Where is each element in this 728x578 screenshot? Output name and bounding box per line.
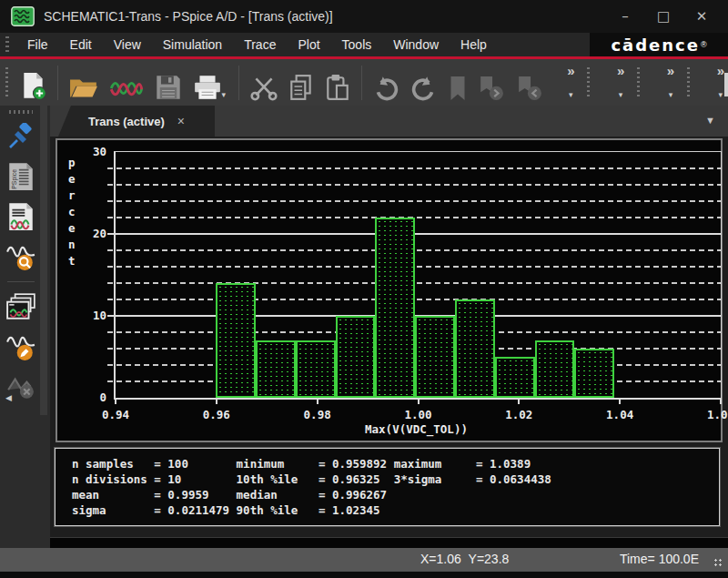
histogram-bar	[455, 299, 495, 398]
minor-gridline	[107, 184, 721, 186]
toolbar-overflow-group[interactable]: » ▾	[649, 65, 678, 101]
plot-area[interactable]: 01020300.940.960.981.001.021.041.06	[114, 151, 722, 400]
x-tick-label: 1.02	[499, 408, 539, 421]
toolbar: ▾	[0, 59, 728, 106]
open-button[interactable]	[64, 65, 104, 101]
stats-row: n divisions =10 10th %ile =0.96325 3*sig…	[72, 472, 719, 487]
overflow-caret[interactable]: ▾	[718, 90, 723, 99]
save-button[interactable]	[149, 65, 187, 101]
overflow-chevron[interactable]: »	[567, 65, 574, 77]
window-bottom-edge	[0, 572, 728, 578]
overflow-caret[interactable]: ▾	[669, 90, 673, 99]
toolbar-drag-handle[interactable]	[637, 67, 640, 98]
menubar-drag-handle[interactable]	[5, 36, 9, 53]
x-tick-label: 0.96	[197, 408, 237, 421]
sidebar-collapse-arrow[interactable]: ◀	[5, 393, 12, 402]
waveform-document-button[interactable]	[4, 199, 38, 234]
tab-label: Trans (active)	[88, 115, 165, 128]
menu-trace[interactable]: Trace	[233, 33, 287, 56]
simulation-waveform-button[interactable]	[104, 65, 149, 101]
undo-button[interactable]	[367, 65, 405, 101]
maximize-button[interactable]: □	[644, 0, 682, 33]
x-tick	[317, 400, 318, 404]
histogram-bar	[336, 316, 376, 398]
menu-help[interactable]: Help	[450, 33, 498, 56]
resize-grip[interactable]	[713, 558, 723, 567]
pspice-file-button[interactable]: PSpice	[4, 159, 38, 194]
minor-gridline	[107, 200, 721, 202]
toolbar-separator	[57, 66, 58, 100]
toolbar-overflow-group[interactable]: » ▾	[599, 65, 628, 101]
histogram-bar	[535, 340, 575, 398]
x-tick	[418, 400, 420, 404]
x-tick-label: 1.06	[701, 408, 728, 421]
overflow-caret[interactable]: ▾	[619, 90, 623, 99]
cut-button[interactable]	[245, 65, 283, 101]
tab-trans-active[interactable]: Trans (active) ×	[58, 106, 215, 137]
stat-label: minimum	[237, 456, 318, 472]
paste-icon	[325, 74, 350, 101]
toolbar-overflow-group[interactable]: » ▾	[549, 65, 578, 101]
close-button[interactable]: ✕	[682, 0, 721, 33]
toolbar-drag-handle[interactable]	[5, 67, 8, 98]
menu-window[interactable]: Window	[382, 33, 450, 56]
x-tick	[518, 400, 520, 404]
copy-button[interactable]	[283, 65, 319, 101]
previous-bookmark-button[interactable]	[511, 65, 549, 101]
print-button[interactable]: ▾	[187, 65, 234, 101]
tab-close-icon[interactable]: ×	[177, 114, 185, 128]
stats-row: n samples =100 minimum =0.959892 maximum…	[72, 456, 719, 472]
next-bookmark-icon	[478, 76, 505, 101]
redo-button[interactable]	[405, 65, 443, 101]
toolbar-separator	[238, 66, 239, 100]
next-bookmark-button[interactable]	[472, 65, 511, 101]
stat-label: 3*sigma	[394, 472, 476, 487]
plot-window-stack-icon	[5, 292, 36, 321]
stat-value: =0.959892	[318, 456, 394, 472]
bookmark-button[interactable]	[443, 65, 472, 101]
title-bar[interactable]: SCHEMATIC1-Trans - PSpice A/D - [Trans (…	[0, 0, 728, 33]
stat-value: =10	[154, 472, 236, 487]
histogram-bar	[574, 349, 614, 398]
y-tick-label: 10	[79, 309, 106, 322]
print-dropdown-caret[interactable]: ▾	[222, 90, 227, 99]
toolbar-drag-handle[interactable]	[587, 67, 590, 98]
overflow-chevron[interactable]: »	[667, 65, 674, 77]
window-controls: – □ ✕	[606, 0, 721, 33]
menu-view[interactable]: View	[103, 33, 152, 56]
undo-icon	[372, 76, 399, 101]
menu-edit[interactable]: Edit	[59, 33, 103, 56]
stat-value: =0.96325	[318, 472, 394, 487]
overflow-chevron[interactable]: »	[617, 65, 624, 77]
minor-gridline	[107, 167, 721, 169]
menu-tools[interactable]: Tools	[331, 33, 383, 56]
paste-button[interactable]	[319, 65, 356, 101]
window-title: SCHEMATIC1-Trans - PSpice A/D - [Trans (…	[44, 9, 333, 24]
plot-window-stack-button[interactable]	[4, 289, 38, 324]
previous-bookmark-icon	[516, 76, 543, 101]
x-tick-label: 0.94	[96, 408, 136, 421]
y-tick-label: 20	[79, 227, 106, 240]
chart-background: p e r c e n t 01020300.940.960.981.001.0…	[56, 138, 723, 442]
waveform-zoom-button[interactable]	[4, 239, 38, 274]
new-document-button[interactable]	[15, 65, 52, 101]
overflow-caret[interactable]: ▾	[569, 90, 573, 99]
pin-icon	[7, 123, 35, 150]
scissors-icon	[250, 76, 278, 101]
y-tick-label: 0	[79, 390, 106, 404]
menu-file[interactable]: File	[16, 33, 59, 56]
x-tick	[216, 400, 217, 404]
pin-button[interactable]	[4, 119, 38, 154]
tab-list-caret[interactable]: ▼	[705, 115, 715, 126]
sidebar-drag-handle[interactable]	[9, 110, 33, 114]
app-icon	[11, 6, 35, 26]
waveform-edit-button[interactable]	[4, 330, 38, 364]
histogram-bar	[216, 283, 256, 398]
open-folder-icon	[69, 76, 98, 101]
minimize-button[interactable]: –	[606, 0, 644, 33]
menu-plot[interactable]: Plot	[287, 33, 330, 56]
stat-label: 90th %ile	[237, 502, 318, 518]
overflow-chevron[interactable]: »	[717, 65, 724, 77]
menu-simulation[interactable]: Simulation	[152, 33, 233, 56]
toolbar-drag-handle[interactable]	[687, 67, 690, 98]
